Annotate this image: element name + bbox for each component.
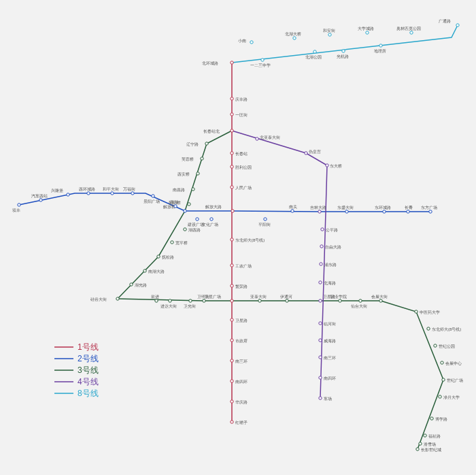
station-dot[interactable] bbox=[407, 210, 409, 213]
station-dot[interactable] bbox=[131, 192, 134, 195]
station-dot[interactable] bbox=[197, 172, 199, 175]
station-dot[interactable] bbox=[430, 417, 433, 420]
station-dot[interactable] bbox=[286, 299, 288, 302]
station-dot[interactable] bbox=[231, 264, 233, 267]
station-dot[interactable] bbox=[410, 31, 413, 34]
station-dot[interactable] bbox=[231, 165, 233, 168]
station-dot[interactable] bbox=[319, 322, 322, 325]
station-dot[interactable] bbox=[319, 339, 322, 342]
station-dot[interactable] bbox=[328, 33, 331, 36]
station-dot[interactable] bbox=[130, 283, 133, 286]
station-dot[interactable] bbox=[87, 192, 90, 195]
station-dot[interactable] bbox=[319, 299, 322, 302]
station-label: 长青 bbox=[405, 206, 413, 210]
station-dot[interactable] bbox=[231, 299, 233, 302]
station-label: 湖西路 bbox=[188, 228, 201, 232]
station-dot[interactable] bbox=[441, 361, 443, 364]
station-dot[interactable] bbox=[231, 152, 233, 154]
station-dot[interactable] bbox=[345, 210, 348, 213]
station-dot[interactable] bbox=[67, 193, 69, 196]
station-label: 建设广场 bbox=[187, 222, 204, 227]
station-dot[interactable] bbox=[379, 44, 382, 47]
station-dot[interactable] bbox=[320, 245, 323, 248]
station-dot[interactable] bbox=[319, 356, 322, 359]
station-dot[interactable] bbox=[429, 210, 432, 213]
station-dot[interactable] bbox=[261, 59, 264, 61]
station-dot[interactable] bbox=[152, 195, 154, 197]
station-dot[interactable] bbox=[111, 192, 114, 195]
station-dot[interactable] bbox=[379, 299, 382, 302]
station-dot[interactable] bbox=[339, 299, 341, 302]
station-dot[interactable] bbox=[210, 218, 213, 220]
station-dot[interactable] bbox=[256, 137, 258, 140]
station-dot[interactable] bbox=[419, 442, 422, 445]
station-dot[interactable] bbox=[231, 359, 233, 362]
station-dot[interactable] bbox=[415, 310, 418, 313]
station-dot[interactable] bbox=[116, 297, 119, 300]
station-dot[interactable] bbox=[291, 210, 294, 212]
station-dot[interactable] bbox=[196, 218, 199, 220]
station-label: 地理所 bbox=[373, 49, 386, 53]
station-dot[interactable] bbox=[424, 434, 426, 437]
station-dot[interactable] bbox=[143, 269, 146, 272]
station-dot[interactable] bbox=[231, 97, 233, 100]
station-dot[interactable] bbox=[318, 210, 321, 213]
station-dot[interactable] bbox=[155, 299, 158, 302]
station-dot[interactable] bbox=[184, 210, 186, 212]
station-dot[interactable] bbox=[305, 152, 307, 154]
station-dot[interactable] bbox=[192, 188, 194, 191]
station-dot[interactable] bbox=[231, 238, 233, 241]
station-dot[interactable] bbox=[416, 448, 419, 451]
station-dot[interactable] bbox=[188, 203, 190, 206]
station-dot[interactable] bbox=[319, 376, 322, 379]
station-dot[interactable] bbox=[39, 199, 42, 201]
station-label: 伪皇宫 bbox=[309, 149, 321, 154]
station-dot[interactable] bbox=[174, 205, 177, 208]
station-dot[interactable] bbox=[231, 339, 233, 342]
station-dot[interactable] bbox=[231, 129, 233, 132]
station-label: 兴隆堡 bbox=[51, 188, 63, 193]
station-dot[interactable] bbox=[231, 113, 233, 116]
station-dot[interactable] bbox=[231, 318, 233, 321]
station-dot[interactable] bbox=[456, 24, 459, 27]
metro-line4 bbox=[232, 131, 327, 398]
station-dot[interactable] bbox=[231, 380, 233, 382]
station-dot[interactable] bbox=[184, 228, 186, 231]
station-dot[interactable] bbox=[439, 395, 441, 398]
station-dot[interactable] bbox=[231, 284, 233, 287]
legend-label: 2号线 bbox=[78, 354, 99, 363]
station-dot[interactable] bbox=[169, 299, 171, 302]
station-dot[interactable] bbox=[203, 299, 205, 302]
station-dot[interactable] bbox=[319, 397, 322, 399]
station-dot[interactable] bbox=[320, 263, 322, 265]
station-dot[interactable] bbox=[434, 344, 437, 347]
station-dot[interactable] bbox=[231, 61, 233, 64]
station-dot[interactable] bbox=[18, 203, 20, 206]
station-dot[interactable] bbox=[205, 142, 208, 145]
station-dot[interactable] bbox=[326, 164, 328, 167]
station-dot[interactable] bbox=[359, 299, 362, 302]
station-label: 奥林匹克公园 bbox=[396, 27, 421, 31]
station-dot[interactable] bbox=[442, 378, 445, 381]
station-dot[interactable] bbox=[231, 421, 233, 423]
station-dot[interactable] bbox=[383, 210, 386, 213]
station-dot[interactable] bbox=[321, 228, 324, 231]
station-dot[interactable] bbox=[313, 50, 316, 53]
station-dot[interactable] bbox=[258, 299, 261, 302]
station-dot[interactable] bbox=[231, 186, 233, 189]
station-dot[interactable] bbox=[201, 157, 203, 160]
station-label: 博学路 bbox=[435, 417, 447, 421]
station-dot[interactable] bbox=[171, 241, 173, 244]
station-dot[interactable] bbox=[189, 299, 192, 302]
station-dot[interactable] bbox=[293, 37, 296, 39]
station-dot[interactable] bbox=[342, 50, 345, 52]
station-dot[interactable] bbox=[231, 210, 234, 212]
station-dot[interactable] bbox=[366, 31, 369, 34]
station-dot[interactable] bbox=[264, 218, 267, 220]
station-dot[interactable] bbox=[157, 255, 160, 258]
station-dot[interactable] bbox=[231, 400, 233, 403]
station-dot[interactable] bbox=[427, 327, 430, 330]
station-dot[interactable] bbox=[319, 281, 322, 284]
station-label: 市政府 bbox=[235, 338, 248, 343]
station-dot[interactable] bbox=[250, 41, 253, 44]
